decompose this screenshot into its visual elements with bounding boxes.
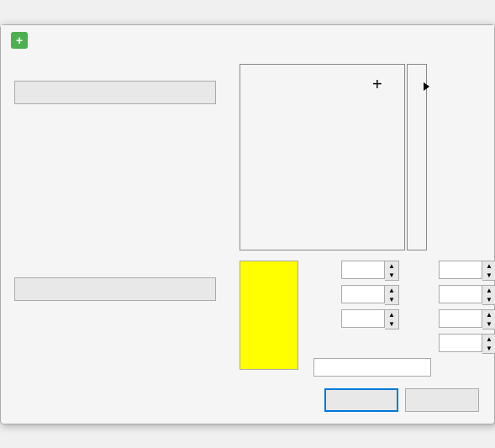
green-input[interactable] <box>439 285 482 303</box>
hue-down-button[interactable]: ▼ <box>385 271 398 280</box>
blue-down-button[interactable]: ▼ <box>482 319 495 329</box>
red-spin-buttons: ▲ ▼ <box>482 261 495 281</box>
val-spin-group: ▲ ▼ <box>341 309 399 329</box>
alpha-input[interactable] <box>439 334 482 352</box>
val-input[interactable] <box>341 309 385 328</box>
red-spin-group: ▲ ▼ <box>439 261 495 281</box>
red-input[interactable] <box>439 261 482 279</box>
red-up-button[interactable]: ▲ <box>482 261 495 271</box>
sat-row: ▲ ▼ <box>308 285 399 305</box>
right-panel: + <box>240 64 481 249</box>
blue-row: ▲ ▼ <box>406 309 495 329</box>
hue-spin-group: ▲ ▼ <box>341 261 399 281</box>
hsv-controls: ▲ ▼ ▲ <box>308 261 399 334</box>
rgb-controls: ▲ ▼ ▲ <box>406 261 495 334</box>
html-row <box>308 358 495 377</box>
red-row: ▲ ▼ <box>406 261 495 281</box>
bottom-right: ▲ ▼ ▲ <box>240 261 495 377</box>
alpha-up-button[interactable]: ▲ <box>482 335 495 344</box>
hue-cursor <box>424 82 429 91</box>
blue-spin-group: ▲ ▼ <box>439 309 495 329</box>
color-dialog: + + <box>0 24 495 424</box>
blue-input[interactable] <box>439 309 482 328</box>
alpha-row: ▲ ▼ <box>308 334 495 354</box>
val-up-button[interactable]: ▲ <box>385 310 398 319</box>
sat-input[interactable] <box>341 285 385 303</box>
val-down-button[interactable]: ▼ <box>385 319 398 329</box>
color-picker-area[interactable]: + <box>240 64 424 249</box>
blue-spin-buttons: ▲ ▼ <box>482 309 495 329</box>
gradient-canvas[interactable] <box>240 64 405 250</box>
close-button[interactable] <box>474 39 484 42</box>
green-spin-group: ▲ ▼ <box>439 285 495 305</box>
hue-row: ▲ ▼ <box>308 261 399 281</box>
val-row: ▲ ▼ <box>308 309 399 329</box>
green-up-button[interactable]: ▲ <box>482 286 495 295</box>
green-spin-buttons: ▲ ▼ <box>482 285 495 305</box>
add-custom-colors-button[interactable] <box>14 277 216 301</box>
hue-bar[interactable] <box>407 64 427 250</box>
left-panel <box>14 64 226 249</box>
alpha-spin-buttons: ▲ ▼ <box>482 334 495 354</box>
alpha-spin-group: ▲ ▼ <box>439 334 495 354</box>
bottom-section: ▲ ▼ ▲ <box>14 261 481 377</box>
hue-up-button[interactable]: ▲ <box>385 261 398 271</box>
green-row: ▲ ▼ <box>406 285 495 305</box>
ok-button[interactable] <box>324 388 398 412</box>
val-spin-buttons: ▲ ▼ <box>385 309 399 329</box>
title-bar: + <box>1 25 494 55</box>
dialog-footer <box>14 388 481 412</box>
cancel-button[interactable] <box>405 388 479 412</box>
controls-panel: ▲ ▼ ▲ <box>308 261 495 377</box>
sat-down-button[interactable]: ▼ <box>385 295 398 304</box>
bottom-left <box>14 261 226 377</box>
sat-up-button[interactable]: ▲ <box>385 286 398 295</box>
hue-spin-buttons: ▲ ▼ <box>385 261 399 281</box>
html-input[interactable] <box>313 358 431 377</box>
sat-spin-group: ▲ ▼ <box>341 285 399 305</box>
blue-up-button[interactable]: ▲ <box>482 310 495 319</box>
hsv-rgb-controls: ▲ ▼ ▲ <box>308 261 495 334</box>
top-section: + <box>14 64 481 249</box>
hue-input[interactable] <box>341 261 385 279</box>
dialog-body: + <box>1 55 494 424</box>
color-preview <box>240 261 298 370</box>
app-icon: + <box>11 32 28 49</box>
alpha-down-button[interactable]: ▼ <box>482 344 495 353</box>
pick-screen-color-button[interactable] <box>14 81 216 104</box>
sat-spin-buttons: ▲ ▼ <box>385 285 399 305</box>
red-down-button[interactable]: ▼ <box>482 271 495 280</box>
green-down-button[interactable]: ▼ <box>482 295 495 304</box>
